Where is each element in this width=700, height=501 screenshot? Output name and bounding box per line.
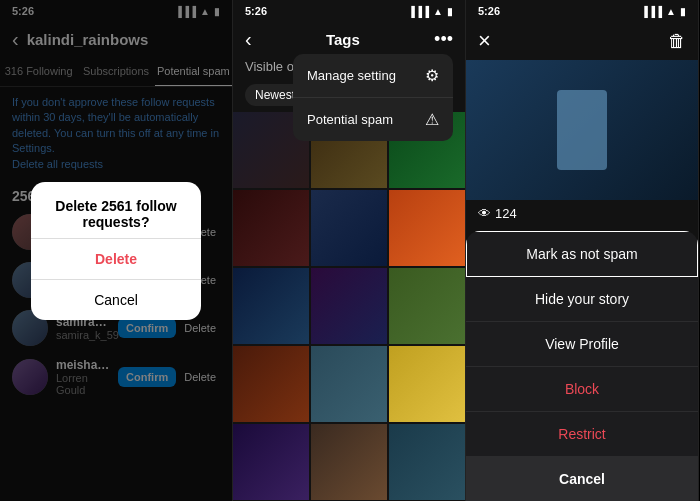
view-count-number: 124 <box>495 206 517 221</box>
photo-grid <box>233 112 465 500</box>
close-button[interactable]: × <box>478 28 491 54</box>
trash-button[interactable]: 🗑 <box>668 31 686 52</box>
photo-cell-13[interactable] <box>233 424 309 500</box>
photo-cell-14[interactable] <box>311 424 387 500</box>
tags-title: Tags <box>326 31 360 48</box>
dropdown-manage-setting[interactable]: Manage setting ⚙ <box>293 54 453 98</box>
wifi-icon-2: ▲ <box>433 6 443 17</box>
action-restrict[interactable]: Restrict <box>466 412 698 457</box>
action-view-profile[interactable]: View Profile <box>466 322 698 367</box>
time-3: 5:26 <box>478 5 500 17</box>
eye-icon: 👁 <box>478 206 491 221</box>
status-icons-2: ▐▐▐ ▲ ▮ <box>408 6 453 17</box>
dropdown-potential-spam[interactable]: Potential spam ⚠ <box>293 98 453 141</box>
more-button-2[interactable]: ••• <box>434 29 453 50</box>
back-button-2[interactable]: ‹ <box>245 28 252 51</box>
photo-cell-8[interactable] <box>311 268 387 344</box>
photo-cell-5[interactable] <box>311 190 387 266</box>
photo-cell-15[interactable] <box>389 424 465 500</box>
photo-cell-10[interactable] <box>233 346 309 422</box>
photo-cell-12[interactable] <box>389 346 465 422</box>
wifi-icon-3: ▲ <box>666 6 676 17</box>
manage-setting-label: Manage setting <box>307 68 396 83</box>
photo-cell-6[interactable] <box>389 190 465 266</box>
panel-follow-requests: 5:26 ▐▐▐ ▲ ▮ ‹ kalindi_rainbows 316 Foll… <box>0 0 233 501</box>
time-2: 5:26 <box>245 5 267 17</box>
story-inner <box>466 60 698 200</box>
photo-cell-11[interactable] <box>311 346 387 422</box>
panel-story-viewer: 5:26 ▐▐▐ ▲ ▮ × 🗑 👁 124 Viewers maridesig… <box>466 0 699 501</box>
action-block[interactable]: Block <box>466 367 698 412</box>
signal-icon-3: ▐▐▐ <box>641 6 662 17</box>
delete-dialog: Delete 2561 follow requests? Delete Canc… <box>31 182 201 320</box>
action-cancel[interactable]: Cancel <box>466 457 698 501</box>
status-bar-3: 5:26 ▐▐▐ ▲ ▮ <box>466 0 698 22</box>
dialog-cancel-button[interactable]: Cancel <box>31 280 201 320</box>
dialog-delete-button[interactable]: Delete <box>31 239 201 279</box>
action-hide-story[interactable]: Hide your story <box>466 277 698 322</box>
photo-cell-9[interactable] <box>389 268 465 344</box>
panel-tags: 5:26 ▐▐▐ ▲ ▮ ‹ Tags ••• Visible on your … <box>233 0 466 501</box>
potential-spam-label: Potential spam <box>307 112 393 127</box>
photo-cell-4[interactable] <box>233 190 309 266</box>
battery-icon-3: ▮ <box>680 6 686 17</box>
status-bar-2: 5:26 ▐▐▐ ▲ ▮ <box>233 0 465 22</box>
dialog-overlay: Delete 2561 follow requests? Delete Canc… <box>0 0 232 501</box>
tags-dropdown: Manage setting ⚙ Potential spam ⚠ <box>293 54 453 141</box>
view-count-row: 👁 124 <box>466 200 698 227</box>
action-mark-not-spam[interactable]: Mark as not spam <box>466 231 698 277</box>
signal-icon-2: ▐▐▐ <box>408 6 429 17</box>
p2-header: ‹ Tags ••• <box>233 22 465 57</box>
story-figure <box>557 90 607 170</box>
photo-cell-7[interactable] <box>233 268 309 344</box>
gear-icon: ⚙ <box>425 66 439 85</box>
story-preview <box>466 60 698 200</box>
status-icons-3: ▐▐▐ ▲ ▮ <box>641 6 686 17</box>
dialog-title: Delete 2561 follow requests? <box>31 182 201 238</box>
battery-icon-2: ▮ <box>447 6 453 17</box>
p3-header: × 🗑 <box>466 22 698 60</box>
action-sheet: Mark as not spam Hide your story View Pr… <box>466 231 698 501</box>
warning-icon: ⚠ <box>425 110 439 129</box>
